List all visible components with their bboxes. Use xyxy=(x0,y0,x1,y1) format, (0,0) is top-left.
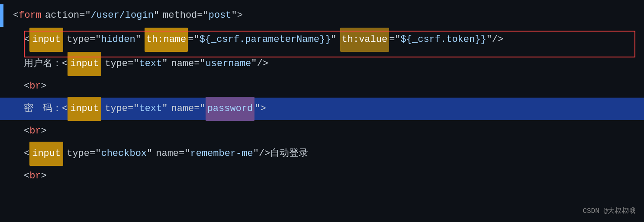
chinese-password: 密 码： xyxy=(24,98,62,120)
code-line-6: <br> xyxy=(0,120,644,143)
red-box-container: <inputtype="hidden"th:name="${_csrf.para… xyxy=(0,29,644,51)
highlight-input-2: input xyxy=(68,52,101,76)
attr-action: action xyxy=(45,10,79,21)
code-line-2: <inputtype="hidden"th:name="${_csrf.para… xyxy=(0,29,644,51)
chinese-username: 用户名： xyxy=(24,53,62,75)
highlight-password: password xyxy=(206,97,255,121)
tag-form: form xyxy=(19,10,42,21)
method-value: post xyxy=(209,10,232,21)
line-indicator xyxy=(0,4,3,27)
action-value: /user/login xyxy=(91,10,154,21)
code-editor: <formaction="/user/login"method="post"> … xyxy=(0,0,644,222)
code-line-8: <br> xyxy=(0,165,644,187)
code-line-3: 用户名：<inputtype="text"name="username"/> xyxy=(0,53,644,75)
br-tag-3: br xyxy=(29,165,41,187)
highlight-input-1: input xyxy=(29,28,63,52)
br-tag-1: br xyxy=(29,75,41,98)
code-line-1: <formaction="/user/login"method="post"> xyxy=(0,4,644,27)
bracket: < xyxy=(13,10,19,21)
highlight-thvalue: th:value xyxy=(340,28,390,52)
br-tag-2: br xyxy=(29,120,41,143)
code-line-4: <br> xyxy=(0,75,644,98)
highlight-input-3: input xyxy=(68,97,101,121)
code-line-7: <inputtype="checkbox"name="remember-me"/… xyxy=(0,143,644,165)
auto-login-text: 自动登录 xyxy=(270,143,308,165)
attr-method: method xyxy=(163,10,197,21)
highlight-thname: th:name xyxy=(145,28,188,52)
highlight-input-4: input xyxy=(29,142,63,166)
watermark: CSDN @大叔叔哦 xyxy=(583,206,635,216)
code-line-5: 密 码：<inputtype="text"name="password"> xyxy=(0,98,644,120)
line1-content: <formaction="/user/login"method="post"> xyxy=(13,4,243,27)
